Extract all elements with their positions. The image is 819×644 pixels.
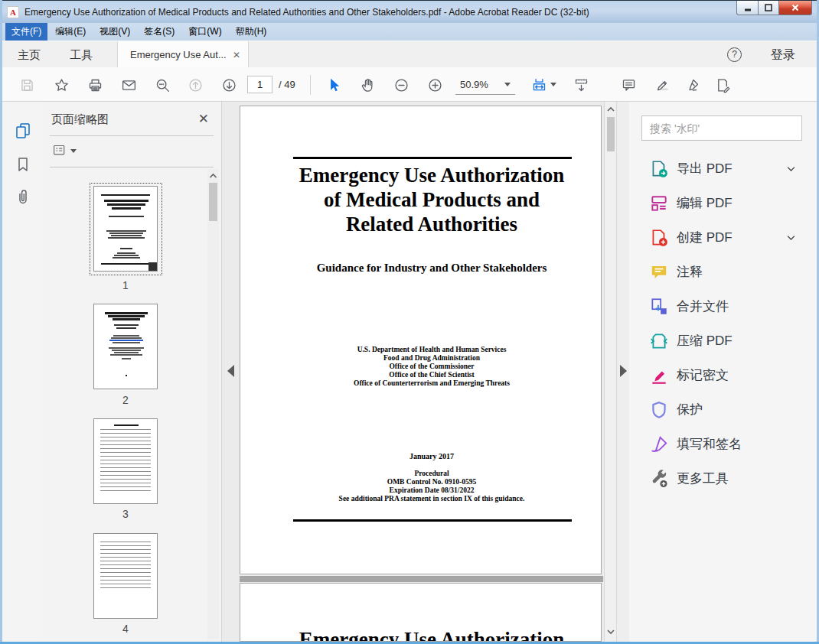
print-button[interactable] (86, 76, 103, 93)
thumbnails-panel: 页面缩略图 ✕ (42, 102, 222, 642)
document-scrollbar[interactable] (604, 102, 616, 642)
maximize-icon (764, 3, 773, 12)
toolbar: / 49 50.9% (2, 67, 817, 102)
envelope-icon (121, 77, 137, 93)
comment-tool-button[interactable] (620, 76, 637, 93)
tab-document[interactable]: Emergency Use Aut... ✕ (117, 41, 249, 68)
page-thumbnails-rail-button[interactable] (14, 122, 32, 140)
next-page-button[interactable] (220, 76, 237, 93)
toolbar-separator (310, 75, 311, 95)
thumbnail-page-4[interactable] (93, 533, 158, 619)
thumbnails-close-icon[interactable]: ✕ (198, 111, 209, 127)
scrollbar-thumb[interactable] (607, 117, 615, 151)
page-number-input[interactable] (247, 76, 272, 93)
shield-icon (649, 400, 669, 420)
menu-view[interactable]: 视图(V) (93, 23, 136, 41)
email-button[interactable] (120, 76, 137, 93)
scrolling-mode-icon (573, 77, 589, 93)
scroll-up-icon[interactable] (207, 172, 219, 180)
fit-width-button[interactable] (530, 76, 547, 93)
thumbnail-page-2[interactable] (93, 304, 158, 389)
bookmarks-rail-button[interactable] (14, 155, 32, 174)
close-button[interactable] (778, 1, 812, 15)
document-canvas[interactable]: Emergency Use Authorization of Medical P… (222, 102, 616, 642)
tool-edit-pdf[interactable]: 编辑 PDF (629, 186, 817, 220)
collapse-left-panel-arrow[interactable] (227, 365, 234, 377)
scrolling-mode-button[interactable] (573, 76, 589, 93)
scroll-down-icon[interactable] (605, 628, 616, 636)
zoom-level-dropdown[interactable]: 50.9% (455, 74, 515, 95)
wrench-plus-icon (649, 469, 669, 489)
tab-bar: 主页 工具 Emergency Use Aut... ✕ ? 登录 (2, 41, 817, 67)
tool-more-tools[interactable]: 更多工具 (629, 461, 817, 496)
tool-export-pdf[interactable]: 导出 PDF (629, 151, 817, 186)
help-button[interactable]: ? (727, 47, 742, 62)
favorites-button[interactable] (53, 76, 70, 93)
tool-fill-sign[interactable]: 填写和签名 (629, 427, 817, 461)
tool-compress-pdf[interactable]: 压缩 PDF (629, 324, 817, 358)
title-rule-top (293, 157, 572, 159)
window-frame (0, 0, 2, 644)
chevron-down-icon[interactable] (785, 163, 797, 174)
maximize-button[interactable] (758, 1, 779, 15)
minimize-button[interactable] (736, 1, 759, 15)
tool-redact[interactable]: 标记密文 (629, 358, 817, 392)
cursor-arrow-icon (326, 77, 342, 93)
minus-circle-icon (393, 77, 410, 93)
menu-edit[interactable]: 编辑(E) (49, 23, 92, 41)
chevron-down-icon[interactable] (785, 232, 797, 243)
agency-line: Food and Drug Administration (271, 354, 592, 363)
tab-tools[interactable]: 工具 (70, 41, 93, 68)
plus-circle-icon (427, 77, 443, 93)
agency-line: Office of the Chief Scientist (271, 371, 592, 379)
pdf-page-2[interactable]: Emergency Use Authorization (240, 583, 602, 642)
select-tool-button[interactable] (325, 76, 342, 93)
options-list-icon (52, 144, 67, 158)
thumbnail-page-1[interactable] (93, 186, 158, 272)
tool-label: 合并文件 (677, 298, 729, 315)
collapse-right-panel-arrow[interactable] (620, 365, 627, 377)
tool-label: 注释 (677, 263, 703, 281)
thumbnail-drag-handle[interactable] (148, 262, 157, 271)
sign-tool-button[interactable] (684, 76, 700, 93)
tool-combine-files[interactable]: 合并文件 (629, 289, 817, 324)
highlight-tool-button[interactable] (652, 76, 669, 93)
tool-protect[interactable]: 保护 (629, 392, 817, 427)
hand-tool-button[interactable] (359, 76, 376, 93)
save-button[interactable] (18, 76, 35, 93)
tool-create-pdf[interactable]: 创建 PDF (629, 220, 817, 255)
arrow-up-circle-icon (188, 77, 204, 93)
tool-comment[interactable]: 注释 (629, 255, 817, 289)
chevron-down-icon (70, 149, 77, 153)
menu-sign[interactable]: 签名(S) (138, 23, 181, 41)
tool-label: 压缩 PDF (677, 332, 733, 350)
previous-page-button[interactable] (187, 76, 204, 93)
search-button[interactable] (154, 76, 171, 93)
thumbnails-scrollbar[interactable] (207, 169, 219, 639)
sign-in-button[interactable]: 登录 (771, 41, 795, 68)
compress-pdf-icon (649, 331, 669, 351)
pdf-page-1[interactable]: Emergency Use Authorization of Medical P… (240, 106, 602, 574)
fit-width-chevron-icon[interactable] (550, 83, 556, 86)
tab-close-icon[interactable]: ✕ (233, 50, 240, 60)
scroll-up-icon[interactable] (605, 106, 616, 113)
tool-label: 标记密文 (677, 366, 729, 384)
thumbnails-options-button[interactable] (52, 143, 78, 158)
divider (50, 135, 214, 136)
menu-window[interactable]: 窗口(W) (182, 23, 227, 41)
tab-home[interactable]: 主页 (18, 41, 41, 68)
title-bar[interactable]: A Emergency Use Authorization of Medical… (0, 0, 819, 23)
right-panel-edge (616, 102, 629, 642)
thumbnail-page-number: 2 (93, 394, 158, 406)
fill-sign-doc-button[interactable] (714, 76, 731, 93)
menu-file[interactable]: 文件(F) (5, 23, 47, 41)
scrollbar-thumb[interactable] (209, 183, 217, 221)
page2-heading: Emergency Use Authorization (271, 628, 592, 642)
zoom-out-button[interactable] (393, 76, 410, 93)
thumbnail-page-3[interactable] (93, 418, 158, 504)
attachments-rail-button[interactable] (14, 188, 32, 207)
paperclip-icon (14, 188, 32, 207)
zoom-in-button[interactable] (426, 76, 443, 93)
menu-help[interactable]: 帮助(H) (230, 23, 273, 41)
tools-search-input[interactable] (641, 115, 802, 141)
